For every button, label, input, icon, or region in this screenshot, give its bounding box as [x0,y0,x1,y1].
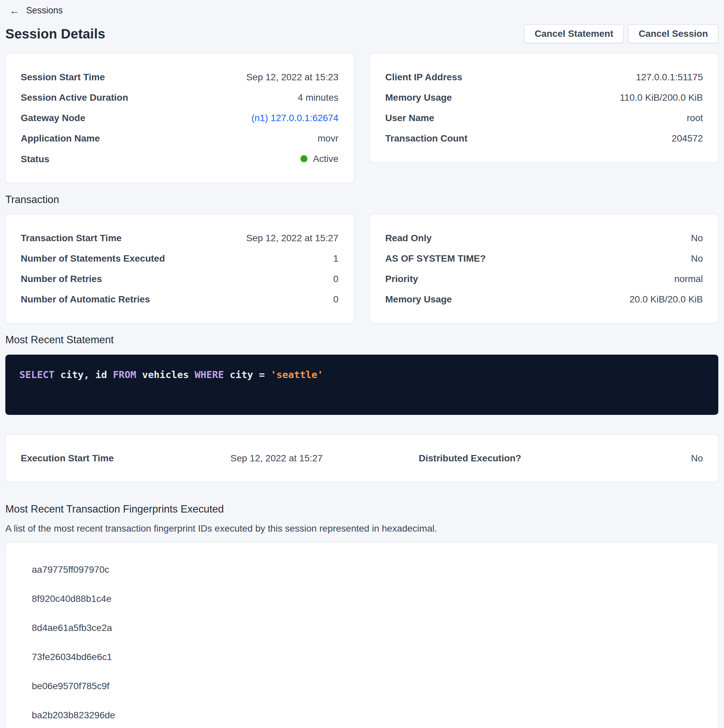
statements-executed-label: Number of Statements Executed [21,252,165,264]
priority-row: Priority normal [386,269,703,289]
read-only-row: Read Only No [386,228,703,248]
automatic-retries-label: Number of Automatic Retries [21,294,150,305]
user-name-label: User Name [386,112,434,124]
fingerprints-card: aa79775ff097970c 8f920c40d88b1c4e 8d4ae6… [5,543,718,728]
distributed-execution-value: No [566,452,703,464]
session-summary-card-right: Client IP Address 127.0.0.1:51175 Memory… [370,53,719,162]
priority-value: normal [674,273,703,285]
transaction-count-row: Transaction Count 204572 [386,128,703,148]
session-summary-card-left: Session Start Time Sep 12, 2022 at 15:23… [5,53,354,183]
fingerprint-item: ba2b203b823296de [32,700,703,728]
execution-summary-grid: Execution Start Time Sep 12, 2022 at 15:… [21,452,703,464]
sql-string-literal: 'seattle' [271,369,323,381]
sql-table: vehicles [136,369,195,381]
read-only-value: No [691,232,703,244]
execution-start-time-value: Sep 12, 2022 at 15:27 [191,452,362,464]
session-start-time-value: Sep 12, 2022 at 15:23 [246,71,338,83]
status-active-dot-icon [300,155,308,162]
back-link-label: Sessions [26,5,63,16]
transaction-count-value: 204572 [672,133,703,144]
user-name-value: root [687,112,703,124]
status-badge: Active [313,153,338,165]
fingerprint-item: 8f920c40d88b1c4e [32,584,703,613]
transaction-summary-row: Transaction Start Time Sep 12, 2022 at 1… [5,214,718,323]
retries-row: Number of Retries 0 [21,269,338,289]
fingerprint-item: aa79775ff097970c [32,555,703,584]
page-title: Session Details [5,26,106,41]
cancel-session-button[interactable]: Cancel Session [628,24,718,43]
fingerprint-item: 73fe26034bd6e6c1 [32,642,703,671]
statements-executed-value: 1 [333,252,338,264]
fingerprints-heading: Most Recent Transaction Fingerprints Exe… [5,503,718,515]
read-only-label: Read Only [386,232,432,244]
priority-label: Priority [386,273,418,285]
session-active-duration-row: Session Active Duration 4 minutes [21,87,338,108]
automatic-retries-value: 0 [333,294,338,305]
session-start-time-label: Session Start Time [21,71,105,83]
transaction-count-label: Transaction Count [386,133,468,144]
distributed-execution-label: Distributed Execution? [362,452,567,464]
fingerprints-description: A list of the most recent transaction fi… [5,523,718,534]
client-ip-row: Client IP Address 127.0.0.1:51175 [386,67,703,87]
application-name-row: Application Name movr [21,128,338,148]
automatic-retries-row: Number of Automatic Retries 0 [21,289,338,309]
transaction-start-time-value: Sep 12, 2022 at 15:27 [246,232,338,244]
execution-summary-card: Execution Start Time Sep 12, 2022 at 15:… [5,434,718,482]
user-name-row: User Name root [386,108,703,128]
session-details-page: ← Sessions Session Details Cancel Statem… [0,0,724,728]
back-arrow-icon: ← [9,6,19,16]
session-memory-usage-row: Memory Usage 110.0 KiB/200.0 KiB [386,87,703,108]
status-label: Status [21,153,49,165]
execution-start-time-label: Execution Start Time [21,452,191,464]
as-of-system-time-value: No [691,252,703,264]
back-to-sessions-link[interactable]: ← Sessions [5,5,63,16]
page-header: Session Details Cancel Statement Cancel … [5,24,718,43]
application-name-value: movr [317,133,338,144]
sql-keyword-from: FROM [113,369,136,381]
retries-value: 0 [333,273,338,285]
session-active-duration-value: 4 minutes [298,92,338,103]
sql-columns: city, id [55,369,113,381]
most-recent-statement-heading: Most Recent Statement [5,334,718,346]
as-of-system-time-label: AS OF SYSTEM TIME? [386,252,486,264]
status-value: Active [300,153,338,165]
fingerprint-item: be06e9570f785c9f [32,671,703,700]
sql-keyword-select: SELECT [19,369,55,381]
transaction-start-time-label: Transaction Start Time [21,232,121,244]
session-memory-usage-value: 110.0 KiB/200.0 KiB [620,92,703,103]
sql-condition: city = [224,369,271,381]
gateway-node-link[interactable]: (n1) 127.0.0.1:62674 [252,112,338,124]
transaction-memory-usage-label: Memory Usage [386,294,452,305]
client-ip-value: 127.0.0.1:51175 [636,71,703,83]
session-summary-row: Session Start Time Sep 12, 2022 at 15:23… [5,53,718,183]
transaction-memory-usage-row: Memory Usage 20.0 KiB/20.0 KiB [386,289,703,309]
status-row: Status Active [21,148,338,169]
transaction-memory-usage-value: 20.0 KiB/20.0 KiB [630,294,703,305]
session-memory-usage-label: Memory Usage [386,92,452,103]
transaction-card-left: Transaction Start Time Sep 12, 2022 at 1… [5,214,354,323]
transaction-start-time-row: Transaction Start Time Sep 12, 2022 at 1… [21,228,338,248]
transaction-card-right: Read Only No AS OF SYSTEM TIME? No Prior… [370,214,719,323]
sql-statement-box: SELECT city, id FROM vehicles WHERE city… [5,355,718,415]
retries-label: Number of Retries [21,273,102,285]
sql-keyword-where: WHERE [195,369,224,381]
statements-executed-row: Number of Statements Executed 1 [21,248,338,269]
gateway-node-row: Gateway Node (n1) 127.0.0.1:62674 [21,108,338,128]
as-of-system-time-row: AS OF SYSTEM TIME? No [386,248,703,269]
header-actions: Cancel Statement Cancel Session [524,24,718,43]
fingerprint-item: 8d4ae61a5fb3ce2a [32,613,703,642]
client-ip-label: Client IP Address [386,71,462,83]
gateway-node-label: Gateway Node [21,112,85,124]
application-name-label: Application Name [21,133,100,144]
transaction-section-heading: Transaction [5,194,718,206]
cancel-statement-button[interactable]: Cancel Statement [524,24,624,43]
session-start-time-row: Session Start Time Sep 12, 2022 at 15:23 [21,67,338,87]
session-active-duration-label: Session Active Duration [21,92,128,103]
